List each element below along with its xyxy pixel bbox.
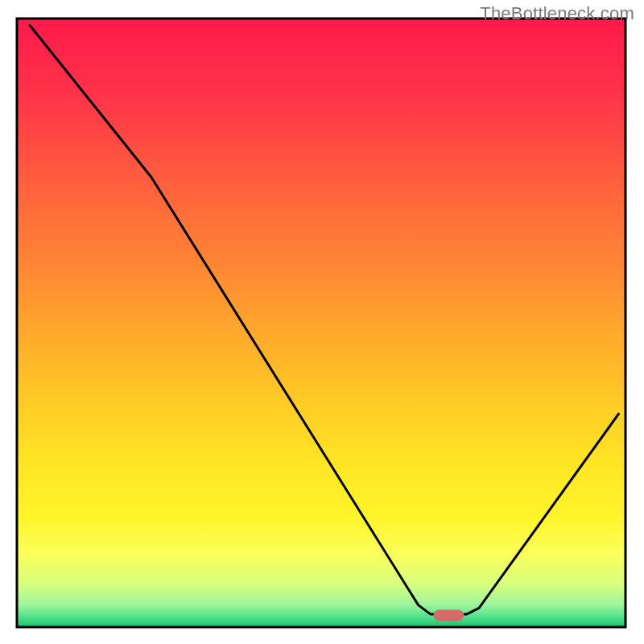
gradient-background [18,19,625,626]
chart-container: TheBottleneck.com [0,0,644,644]
watermark-text: TheBottleneck.com [480,3,634,24]
optimal-marker [434,609,464,621]
bottleneck-chart [0,0,644,644]
